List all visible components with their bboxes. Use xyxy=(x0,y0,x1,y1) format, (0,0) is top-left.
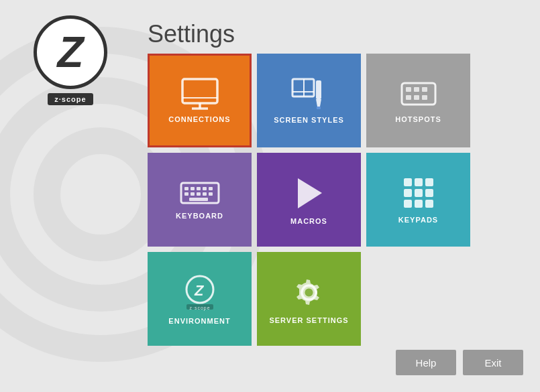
logo: Z z·scope xyxy=(13,13,127,107)
tile-environment[interactable]: Z z·scope ENVIRONMENT xyxy=(148,252,252,346)
svg-marker-8 xyxy=(316,99,321,107)
svg-rect-7 xyxy=(316,80,321,99)
svg-rect-0 xyxy=(182,79,217,103)
svg-rect-36 xyxy=(404,200,412,208)
svg-rect-32 xyxy=(425,178,433,186)
svg-rect-22 xyxy=(209,187,213,190)
keypads-label: KEYPADS xyxy=(398,216,438,224)
svg-rect-18 xyxy=(184,187,188,190)
svg-marker-29 xyxy=(298,178,322,208)
svg-rect-24 xyxy=(191,192,195,196)
page-title: Settings xyxy=(148,20,235,48)
svg-rect-21 xyxy=(203,187,207,190)
svg-rect-28 xyxy=(189,198,208,201)
svg-rect-12 xyxy=(414,87,419,92)
macros-label: MACROS xyxy=(290,217,327,225)
hotspots-icon xyxy=(399,78,438,110)
keyboard-icon xyxy=(179,180,221,206)
svg-rect-35 xyxy=(425,189,433,197)
svg-rect-9 xyxy=(317,107,321,109)
svg-rect-14 xyxy=(406,95,411,100)
tile-screen-styles[interactable]: SCREEN STYLES xyxy=(257,54,361,147)
svg-rect-37 xyxy=(415,200,423,208)
logo-badge: z·scope xyxy=(48,93,93,105)
hotspots-label: HOTSPOTS xyxy=(395,115,441,123)
svg-rect-30 xyxy=(404,178,412,186)
monitor-icon xyxy=(180,78,220,110)
svg-rect-31 xyxy=(415,178,423,186)
tile-server-settings[interactable]: SERVER SETTINGS xyxy=(257,252,361,346)
logo-circle: Z xyxy=(34,15,107,89)
zscope-env-icon: Z z·scope xyxy=(180,273,220,312)
svg-rect-33 xyxy=(404,189,412,197)
svg-rect-11 xyxy=(406,87,411,92)
environment-label: ENVIRONMENT xyxy=(168,317,230,325)
tile-connections[interactable]: CONNECTIONS xyxy=(148,54,252,147)
grid-icon xyxy=(401,176,436,210)
tile-hotspots[interactable]: HOTSPOTS xyxy=(366,54,470,147)
help-button[interactable]: Help xyxy=(396,350,456,375)
svg-rect-38 xyxy=(425,200,433,208)
tile-keyboard[interactable]: KEYBOARD xyxy=(148,153,252,247)
tile-macros[interactable]: MACROS xyxy=(257,153,361,247)
bottom-buttons: Help Exit xyxy=(396,350,523,375)
svg-rect-15 xyxy=(414,95,419,100)
svg-rect-16 xyxy=(422,95,427,100)
server-settings-label: SERVER SETTINGS xyxy=(269,316,348,324)
svg-text:z·scope: z·scope xyxy=(189,306,210,311)
tile-keypads[interactable]: KEYPADS xyxy=(366,153,470,247)
gear-icon xyxy=(290,274,327,311)
svg-point-44 xyxy=(305,288,313,296)
svg-rect-19 xyxy=(191,187,195,190)
svg-rect-20 xyxy=(197,187,201,190)
svg-rect-10 xyxy=(402,83,435,105)
svg-rect-25 xyxy=(197,192,201,196)
svg-rect-34 xyxy=(415,189,423,197)
exit-button[interactable]: Exit xyxy=(463,350,523,375)
connections-label: CONNECTIONS xyxy=(168,115,230,123)
svg-rect-27 xyxy=(209,192,213,196)
screen-styles-label: SCREEN STYLES xyxy=(274,116,344,124)
svg-rect-23 xyxy=(184,192,188,196)
play-icon xyxy=(292,175,326,212)
brush-icon xyxy=(290,77,327,111)
logo-z-letter: Z xyxy=(57,31,83,74)
keyboard-label: KEYBOARD xyxy=(176,212,223,220)
svg-rect-26 xyxy=(203,192,207,196)
svg-rect-13 xyxy=(422,87,427,92)
svg-text:Z: Z xyxy=(194,282,205,299)
settings-grid: CONNECTIONS SCREEN STYLES xyxy=(148,54,470,346)
